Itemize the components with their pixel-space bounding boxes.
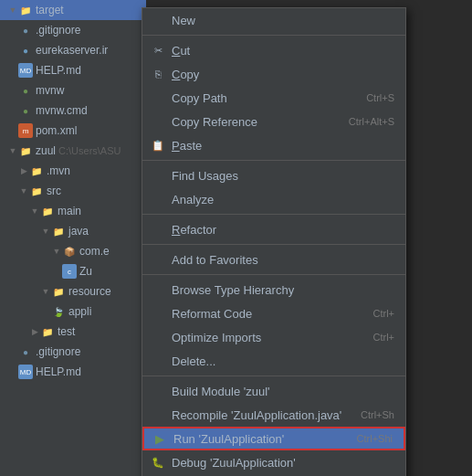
menu-item-reformat[interactable]: Reformat Code Ctrl+ <box>142 301 405 325</box>
tree-label: pom.xml <box>36 124 77 137</box>
tree-item-gitignore2[interactable]: ● .gitignore <box>0 342 146 362</box>
tree-label: src <box>47 185 61 197</box>
file-tree: ▼ 📁 target ● .gitignore ● eurekaserver.i… <box>0 0 146 476</box>
folder-icon: 📁 <box>40 204 55 218</box>
find-icon <box>150 167 166 184</box>
tree-label: zuul <box>36 144 56 157</box>
tree-item-test[interactable]: ▶ 📁 test <box>0 322 146 342</box>
tree-label: HELP.md <box>36 64 81 77</box>
file-icon: ● <box>18 43 33 58</box>
menu-item-optimize[interactable]: Optimize Imports Ctrl+ <box>142 325 405 349</box>
run-icon: ▶ <box>152 430 168 447</box>
file-icon: ● <box>18 344 33 359</box>
menu-item-copy-reference[interactable]: Copy Reference Ctrl+Alt+S <box>142 110 405 133</box>
menu-label-add-favorites: Add to Favorites <box>172 253 394 267</box>
arrow-icon: ▼ <box>7 145 18 156</box>
menu-item-debug[interactable]: 🐛 Debug 'ZuulApplication' <box>142 450 405 474</box>
tree-item-target[interactable]: ▼ 📁 target <box>0 0 146 20</box>
menu-item-refactor[interactable]: Refactor <box>142 217 405 241</box>
folder-icon: 📁 <box>51 284 66 299</box>
separator-5 <box>142 274 405 275</box>
tree-label: target <box>36 4 64 16</box>
menu-label-cut: Cut <box>172 44 394 58</box>
folder-icon: 📁 <box>18 3 33 17</box>
separator-6 <box>142 376 405 376</box>
menu-label-copy-path: Copy Path <box>172 91 366 105</box>
menu-label-delete: Delete... <box>172 354 394 368</box>
tree-label: com.e <box>79 245 110 258</box>
badge-icon: MD <box>18 365 33 379</box>
tree-item-helpmd2[interactable]: MD HELP.md <box>0 362 146 382</box>
tree-item-main[interactable]: ▼ 📁 main <box>0 201 146 221</box>
menu-label-run: Run 'ZuulApplication' <box>173 432 357 446</box>
menu-label-recompile: Recompile 'ZuulApplication.java' <box>172 408 361 422</box>
menu-shortcut-optimize: Ctrl+ <box>372 332 394 343</box>
arrow-icon: ▶ <box>29 326 40 337</box>
menu-item-delete[interactable]: Delete... <box>142 349 405 373</box>
tree-label: appli <box>68 305 91 318</box>
tree-item-zuul[interactable]: ▼ 📁 zuul C:\Users\ASU <box>0 141 146 161</box>
menu-shortcut-copy-reference: Ctrl+Alt+S <box>349 116 394 127</box>
tree-label: test <box>58 325 75 338</box>
menu-item-paste[interactable]: 📋 Paste <box>142 133 405 157</box>
tree-item-pomxml[interactable]: m pom.xml <box>0 121 146 141</box>
tree-item-zu[interactable]: c Zu <box>0 261 146 281</box>
delete-icon <box>150 353 166 369</box>
tree-item-mvnwcmd[interactable]: ● mvnw.cmd <box>0 100 146 121</box>
separator-3 <box>142 214 405 215</box>
tree-item-appli[interactable]: 🍃 appli <box>0 301 146 322</box>
tree-item-src[interactable]: ▼ 📁 src <box>0 181 146 201</box>
menu-label-optimize: Optimize Imports <box>172 331 372 344</box>
menu-item-build-module[interactable]: Build Module 'zuul' <box>142 379 405 403</box>
badge-icon: m <box>18 123 33 138</box>
arrow-icon: ▼ <box>40 286 51 297</box>
file-icon: 🍃 <box>51 304 66 319</box>
file-icon: ● <box>18 83 33 98</box>
menu-item-add-favorites[interactable]: Add to Favorites <box>142 248 405 271</box>
build-icon <box>150 383 166 399</box>
tree-label: HELP.md <box>36 365 81 378</box>
tree-item-mvn[interactable]: ▶ 📁 .mvn <box>0 161 146 181</box>
tree-item-gitignore1[interactable]: ● .gitignore <box>0 20 146 40</box>
tree-item-java[interactable]: ▼ 📁 java <box>0 221 146 241</box>
menu-item-new[interactable]: New <box>142 8 405 32</box>
menu-item-analyze[interactable]: Analyze <box>142 187 405 211</box>
folder-icon: 📁 <box>29 164 44 178</box>
arrow-icon: ▶ <box>18 165 29 176</box>
menu-item-browse-hierarchy[interactable]: Browse Type Hierarchy <box>142 278 405 301</box>
favorites-icon <box>150 251 166 268</box>
tree-item-come[interactable]: ▼ 📦 com.e <box>0 241 146 261</box>
menu-item-copy[interactable]: ⎘ Copy <box>142 62 405 86</box>
menu-item-copy-path[interactable]: Copy Path Ctrl+S <box>142 86 405 110</box>
hierarchy-icon <box>150 281 166 298</box>
tree-label: mvnw <box>36 84 64 97</box>
menu-label-reformat: Reformat Code <box>172 307 372 321</box>
arrow-icon: ▼ <box>40 226 51 237</box>
folder-icon: 📁 <box>29 184 44 198</box>
tree-label: .gitignore <box>36 345 80 358</box>
analyze-icon <box>150 191 166 207</box>
tree-label: .gitignore <box>36 24 80 37</box>
folder-icon: 📁 <box>40 324 55 339</box>
menu-shortcut-reformat: Ctrl+ <box>372 308 394 319</box>
arrow-icon: ▼ <box>51 246 62 257</box>
file-icon: ● <box>18 23 33 37</box>
tree-label: java <box>68 225 89 238</box>
tree-item-eurekaserver[interactable]: ● eurekaserver.ir <box>0 40 146 60</box>
tree-item-resource[interactable]: ▼ 📁 resource <box>0 281 146 301</box>
menu-label-browse-hierarchy: Browse Type Hierarchy <box>172 283 394 297</box>
tree-item-mvnw[interactable]: ● mvnw <box>0 80 146 100</box>
tree-item-helpmd[interactable]: MD HELP.md <box>0 60 146 80</box>
menu-item-cut[interactable]: ✂ Cut <box>142 38 405 62</box>
refactor-icon <box>150 221 166 238</box>
menu-item-find-usages[interactable]: Find Usages <box>142 164 405 187</box>
menu-item-recompile[interactable]: Recompile 'ZuulApplication.java' Ctrl+Sh <box>142 403 405 427</box>
menu-item-run[interactable]: ▶ Run 'ZuulApplication' Ctrl+Shi <box>142 427 405 450</box>
badge-icon: c <box>62 264 77 279</box>
copy-path-icon <box>150 90 166 106</box>
tree-label: main <box>58 205 81 217</box>
menu-shortcut-run: Ctrl+Shi <box>357 433 393 444</box>
tree-label: eurekaserver.ir <box>36 44 108 57</box>
arrow-icon: ▼ <box>18 185 29 196</box>
menu-label-refactor: Refactor <box>172 223 394 237</box>
